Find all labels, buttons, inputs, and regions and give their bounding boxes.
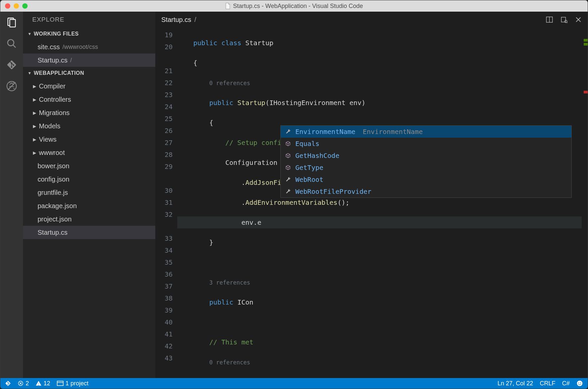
svg-point-20 [580, 382, 581, 383]
suggest-detail: EnvironmentName [363, 128, 423, 136]
chevron-right-icon: ▶ [33, 97, 36, 102]
codelens[interactable]: 3 references [209, 279, 250, 286]
git-icon[interactable] [6, 59, 18, 71]
working-file-item[interactable]: site.css /wwwroot/css [23, 40, 155, 54]
sidebar: EXPLORE ▼ WORKING FILES site.css /wwwroo… [23, 12, 155, 378]
suggest-item[interactable]: WebRoot [281, 174, 571, 186]
split-editor-icon[interactable] [546, 16, 553, 23]
folder-item[interactable]: ▶Compiler [23, 79, 155, 93]
debug-icon[interactable] [6, 80, 18, 92]
tab-bar: Startup.cs / [155, 12, 588, 28]
line-gutter: 1920212223242526272829303132333435363738… [155, 28, 177, 378]
code-editor[interactable]: 1920212223242526272829303132333435363738… [155, 28, 588, 378]
sidebar-title: EXPLORE [23, 12, 155, 28]
suggest-label: GetHashCode [295, 152, 339, 160]
suggest-label: EnvironmentName [295, 128, 356, 136]
overview-ruler[interactable] [582, 28, 588, 378]
project-count[interactable]: 1 project [57, 380, 88, 387]
show-preview-icon[interactable] [560, 16, 568, 23]
close-window-button[interactable] [5, 3, 10, 9]
chevron-right-icon: ▶ [33, 84, 36, 89]
close-editor-icon[interactable] [575, 16, 582, 23]
file-icon [225, 3, 230, 9]
feedback-icon[interactable] [576, 380, 583, 387]
working-file-item[interactable]: Startup.cs / [23, 54, 155, 67]
suggest-item[interactable]: GetHashCode [281, 150, 571, 162]
chevron-right-icon: ▶ [33, 110, 36, 115]
warnings-count[interactable]: 12 [36, 380, 50, 387]
wrench-icon [285, 177, 291, 182]
status-bar: 2 12 1 project Ln 27, Col 22 CRLF C# [0, 378, 588, 389]
maximize-window-button[interactable] [22, 3, 28, 9]
suggest-label: Equals [295, 140, 319, 148]
minimize-window-button[interactable] [14, 3, 19, 9]
svg-rect-1 [10, 20, 15, 27]
warning-icon [36, 380, 42, 386]
project-header[interactable]: ▼ WEBAPPLICATION [23, 67, 155, 79]
suggest-label: GetType [295, 164, 323, 172]
folder-item[interactable]: ▶Models [23, 119, 155, 133]
svg-point-2 [8, 40, 14, 46]
svg-point-9 [565, 20, 567, 23]
file-item[interactable]: gruntfile.js [23, 186, 155, 199]
chevron-right-icon: ▶ [33, 150, 36, 155]
window-icon [57, 381, 64, 386]
search-icon[interactable] [6, 38, 18, 50]
svg-rect-8 [561, 17, 566, 22]
titlebar: Startup.cs - WebApplication - Visual Stu… [0, 0, 588, 12]
explorer-icon[interactable] [6, 16, 18, 28]
svg-line-10 [567, 22, 567, 23]
eol-mode[interactable]: CRLF [540, 380, 555, 387]
folder-item[interactable]: ▶Controllers [23, 93, 155, 106]
file-item[interactable]: config.json [23, 173, 155, 186]
codelens[interactable]: 0 references [209, 359, 250, 366]
suggest-item[interactable]: GetType [281, 162, 571, 174]
chevron-right-icon: ▶ [33, 124, 36, 129]
open-tab[interactable]: Startup.cs / [161, 16, 196, 24]
suggest-label: WebRootFileProvider [295, 188, 371, 195]
svg-point-19 [578, 382, 579, 383]
folder-item[interactable]: ▶Views [23, 133, 155, 146]
suggest-item[interactable]: EnvironmentNameEnvironmentName [281, 126, 571, 138]
suggest-label: WebRoot [295, 176, 323, 184]
chevron-down-icon: ▼ [28, 32, 32, 36]
svg-rect-16 [57, 381, 63, 385]
cube-icon [285, 165, 291, 170]
svg-point-18 [577, 381, 583, 386]
wrench-icon [285, 189, 291, 194]
file-item[interactable]: bower.json [23, 159, 155, 173]
window-title: Startup.cs - WebApplication - Visual Stu… [233, 3, 363, 10]
errors-count[interactable]: 2 [18, 380, 29, 387]
error-icon [18, 380, 24, 386]
file-item[interactable]: project.json [23, 212, 155, 226]
cursor-position[interactable]: Ln 27, Col 22 [498, 380, 533, 387]
cube-icon [285, 141, 291, 146]
chevron-down-icon: ▼ [28, 71, 32, 75]
folder-item[interactable]: ▶wwwroot [23, 146, 155, 159]
git-status[interactable] [5, 380, 11, 386]
wrench-icon [285, 129, 291, 134]
chevron-right-icon: ▶ [33, 137, 36, 142]
codelens[interactable]: 0 references [209, 80, 250, 86]
folder-item[interactable]: ▶Migrations [23, 106, 155, 119]
file-item[interactable]: Startup.cs [23, 226, 155, 239]
activity-bar [0, 12, 23, 378]
file-item[interactable]: package.json [23, 199, 155, 212]
language-mode[interactable]: C# [562, 380, 570, 387]
intellisense-popup: EnvironmentNameEnvironmentNameEqualsGetH… [280, 125, 572, 198]
cube-icon [285, 153, 291, 158]
suggest-item[interactable]: Equals [281, 138, 571, 150]
svg-line-3 [13, 45, 16, 48]
suggest-item[interactable]: WebRootFileProvider [281, 186, 571, 197]
working-files-header[interactable]: ▼ WORKING FILES [23, 28, 155, 40]
code-content[interactable]: public class Startup { 0 references publ… [177, 28, 588, 378]
